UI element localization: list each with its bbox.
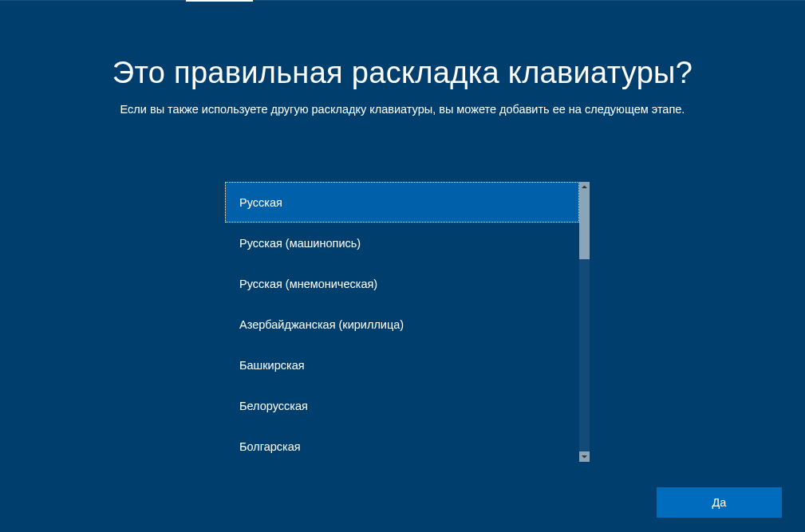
list-item-label: Болгарская [239, 440, 301, 453]
list-item[interactable]: Русская (машинопись) [225, 223, 579, 263]
list-item-label: Азербайджанская (кириллица) [239, 318, 404, 331]
list-item-label: Башкирская [239, 359, 305, 372]
chevron-up-icon [582, 185, 587, 189]
list-item[interactable]: Русская (мнемоническая) [225, 263, 579, 304]
list-item-label: Русская (мнемоническая) [239, 278, 377, 290]
confirm-button[interactable]: Да [657, 487, 782, 518]
top-border [0, 0, 805, 1]
list-item-label: Русская (машинопись) [239, 237, 361, 250]
chevron-down-icon [582, 455, 587, 459]
keyboard-layout-listbox[interactable]: Русская Русская (машинопись) Русская (мн… [225, 182, 579, 462]
list-item[interactable]: Азербайджанская (кириллица) [225, 304, 579, 345]
scroll-track[interactable] [579, 192, 590, 451]
scroll-up-button[interactable] [579, 182, 590, 192]
scroll-thumb[interactable] [579, 192, 590, 259]
scrollbar[interactable] [579, 182, 590, 462]
progress-indicator [186, 0, 253, 2]
list-item[interactable]: Башкирская [225, 345, 579, 385]
scroll-down-button[interactable] [579, 451, 590, 462]
page-subtitle: Если вы также используете другую расклад… [0, 103, 805, 116]
list-item-label: Русская [239, 196, 282, 209]
keyboard-layout-listbox-wrapper: Русская Русская (машинопись) Русская (мн… [225, 182, 590, 462]
list-item[interactable]: Русская [225, 182, 579, 223]
list-item-label: Белорусская [239, 400, 308, 412]
main-content: Это правильная раскладка клавиатуры? Есл… [0, 0, 805, 116]
list-item[interactable]: Болгарская [225, 426, 579, 462]
page-title: Это правильная раскладка клавиатуры? [0, 56, 805, 90]
list-item[interactable]: Белорусская [225, 385, 579, 426]
